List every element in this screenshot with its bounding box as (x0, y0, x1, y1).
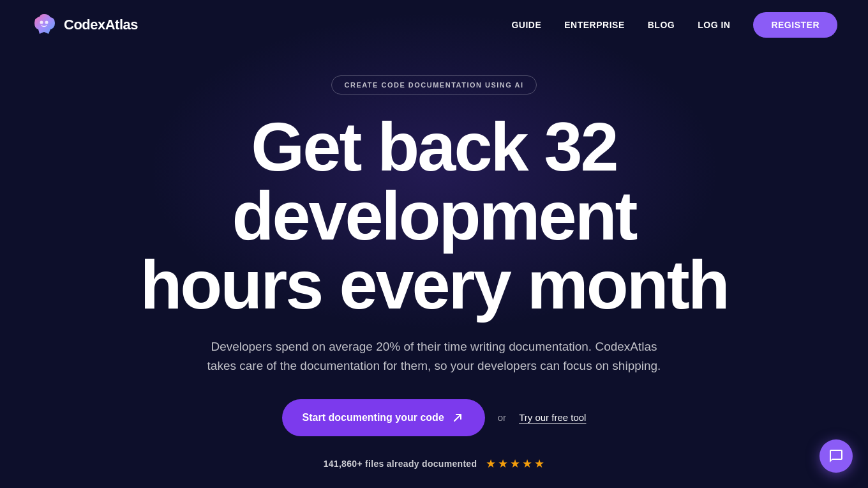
logo-text: CodexAtlas (64, 17, 138, 33)
cta-row: Start documenting your code or Try our f… (282, 399, 587, 436)
chat-icon (828, 448, 844, 464)
nav-link-enterprise[interactable]: ENTERPRISE (564, 20, 624, 30)
star-rating: ★ ★ ★ ★ ★ (486, 457, 544, 471)
cta-primary-label: Start documenting your code (303, 412, 444, 423)
navbar: CodexAtlas GUIDE ENTERPRISE BLOG LOG IN … (0, 0, 868, 50)
nav-link-login[interactable]: LOG IN (698, 20, 730, 30)
nav-links: GUIDE ENTERPRISE BLOG LOG IN REGISTER (511, 12, 837, 38)
register-button[interactable]: REGISTER (753, 12, 837, 38)
hero-section: CREATE CODE DOCUMENTATION USING AI Get b… (0, 50, 868, 488)
nav-link-guide[interactable]: GUIDE (511, 20, 541, 30)
free-tool-link[interactable]: Try our free tool (519, 412, 586, 423)
svg-point-0 (40, 21, 43, 24)
cta-primary-button[interactable]: Start documenting your code (282, 399, 485, 436)
star-2: ★ (498, 457, 508, 471)
logo[interactable]: CodexAtlas (31, 11, 138, 38)
hero-subtitle: Developers spend on average 20% of their… (198, 337, 670, 376)
arrow-northeast-icon (451, 411, 465, 425)
star-4: ★ (522, 457, 532, 471)
svg-point-1 (45, 21, 49, 24)
star-1: ★ (486, 457, 496, 471)
chat-bubble-button[interactable] (819, 439, 853, 473)
hero-badge: CREATE CODE DOCUMENTATION USING AI (331, 75, 537, 95)
stats-row: 141,860+ files already documented ★ ★ ★ … (324, 457, 545, 471)
logo-icon (31, 11, 57, 38)
star-3: ★ (510, 457, 520, 471)
hero-title: Get back 32 development hours every mont… (83, 112, 785, 319)
stats-text: 141,860+ files already documented (324, 459, 477, 469)
or-separator: or (498, 412, 506, 423)
nav-link-blog[interactable]: BLOG (648, 20, 675, 30)
star-5: ★ (534, 457, 544, 471)
